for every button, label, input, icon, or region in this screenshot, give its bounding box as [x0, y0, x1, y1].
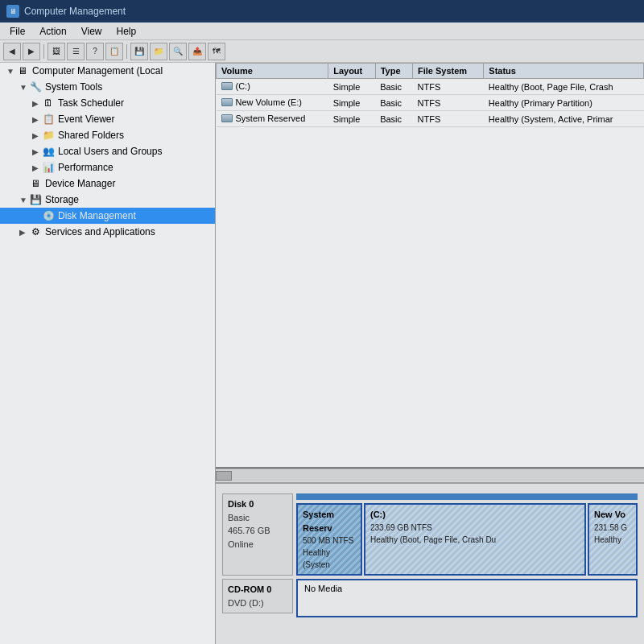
vol-sysres-layout: Simple — [328, 111, 375, 127]
tree-item-disk-management[interactable]: 💿 Disk Management — [0, 208, 215, 224]
horizontal-scrollbar[interactable] — [216, 469, 644, 483]
menu-file[interactable]: File — [3, 24, 31, 39]
shared-folders-icon: 📁 — [42, 129, 55, 142]
tree-root-label: Computer Management (Local — [32, 65, 163, 76]
expand-services-icon: ▶ — [19, 228, 29, 237]
sysres-name: System Reserv — [303, 508, 356, 535]
expand-task-icon: ▶ — [32, 99, 42, 108]
cdrom-type: DVD (D:) — [228, 597, 287, 610]
c-status: Healthy (Boot, Page File, Crash Du — [370, 534, 580, 546]
tree-item-performance[interactable]: ▶ 📊 Performance — [0, 159, 215, 175]
col-volume[interactable]: Volume — [217, 64, 328, 79]
tree-item-services[interactable]: ▶ ⚙ Services and Applications — [0, 224, 215, 240]
partition-c[interactable]: (C:) 233.69 GB NTFS Healthy (Boot, Page … — [364, 503, 586, 576]
tree-root[interactable]: ▼ 🖥 Computer Management (Local — [0, 63, 215, 79]
disk0-name: Disk 0 — [228, 497, 287, 511]
col-layout[interactable]: Layout — [328, 64, 375, 79]
disk0-type: Basic — [228, 511, 287, 525]
col-status[interactable]: Status — [484, 64, 644, 79]
col-type[interactable]: Type — [375, 64, 412, 79]
app-title: Computer Management — [24, 6, 126, 17]
disk-visual-panel: Disk 0 Basic 465.76 GB Online System Res… — [216, 483, 644, 644]
vol-e-name: New Volume (E:) — [217, 95, 328, 111]
event-viewer-icon: 📋 — [42, 113, 55, 126]
disk-c-symbol — [221, 82, 233, 90]
col-filesystem[interactable]: File System — [413, 64, 484, 79]
tree-item-local-users[interactable]: ▶ 👥 Local Users and Groups — [0, 143, 215, 159]
tree-shared-folders-label: Shared Folders — [58, 130, 124, 141]
tree-local-users-label: Local Users and Groups — [58, 146, 162, 157]
tree-performance-label: Performance — [58, 162, 114, 173]
tree-storage-label: Storage — [45, 194, 79, 205]
tree-item-device-manager[interactable]: 🖥 Device Manager — [0, 175, 215, 192]
show-icon-button[interactable]: 🖼 — [47, 43, 65, 60]
properties-button[interactable]: 📋 — [105, 43, 123, 60]
forward-button[interactable]: ▶ — [23, 43, 40, 60]
open-button[interactable]: 📁 — [150, 43, 167, 60]
local-users-icon: 👥 — [42, 145, 55, 158]
services-icon: ⚙ — [29, 225, 42, 238]
newvol-size: 231.58 G — [594, 522, 631, 534]
disk0-status: Online — [228, 538, 287, 551]
expand-shared-icon: ▶ — [32, 131, 42, 140]
disk0-progress-bar — [296, 493, 638, 500]
expand-event-icon: ▶ — [32, 115, 42, 124]
disk-sysres-symbol — [221, 114, 233, 122]
save-button[interactable]: 💾 — [130, 43, 148, 60]
tree-device-manager-label: Device Manager — [45, 178, 115, 189]
disk-management-icon: 💿 — [42, 209, 55, 222]
tree-panel: ▼ 🖥 Computer Management (Local ▼ 🔧 Syste… — [0, 63, 216, 644]
search-button[interactable]: 🔍 — [169, 43, 187, 60]
vol-e-type: Basic — [375, 95, 412, 111]
help-button[interactable]: ? — [86, 43, 104, 60]
main-container: ▼ 🖥 Computer Management (Local ▼ 🔧 Syste… — [0, 63, 644, 644]
vol-c-name: (C:) — [217, 79, 328, 95]
tree-item-shared-folders[interactable]: ▶ 📁 Shared Folders — [0, 127, 215, 143]
menu-view[interactable]: View — [75, 24, 109, 39]
vol-sysres-status: Healthy (System, Active, Primar — [484, 111, 644, 127]
map-button[interactable]: 🗺 — [208, 43, 225, 60]
storage-icon: 💾 — [29, 193, 42, 206]
computer-icon: 🖥 — [16, 64, 29, 77]
task-scheduler-icon: 🗓 — [42, 97, 55, 109]
disk0-partitions: System Reserv 500 MB NTFS Healthy (Syste… — [296, 503, 638, 576]
cdrom-row: CD-ROM 0 DVD (D:) No Media — [222, 579, 638, 617]
list-button[interactable]: ☰ — [67, 43, 85, 60]
expand-users-icon: ▶ — [32, 147, 42, 156]
partition-new-vol[interactable]: New Vo 231.58 G Healthy — [588, 503, 638, 576]
expand-system-icon: ▼ — [19, 83, 29, 92]
app-icon: 🖥 — [6, 5, 19, 18]
table-row[interactable]: (C:) Simple Basic NTFS Healthy (Boot, Pa… — [217, 79, 644, 95]
back-button[interactable]: ◀ — [3, 43, 21, 60]
toolbar-sep-2 — [126, 44, 127, 59]
disk0-row: Disk 0 Basic 465.76 GB Online System Res… — [222, 493, 638, 576]
export-button[interactable]: 📤 — [188, 43, 206, 60]
right-panel: Volume Layout Type File System Status (C… — [216, 63, 644, 644]
cdrom-name: CD-ROM 0 — [228, 583, 287, 597]
tree-item-storage[interactable]: ▼ 💾 Storage — [0, 192, 215, 208]
vol-c-type: Basic — [375, 79, 412, 95]
toolbar-sep-1 — [43, 44, 44, 59]
menu-help[interactable]: Help — [110, 24, 143, 39]
device-manager-icon: 🖥 — [29, 177, 42, 190]
tree-item-event-viewer[interactable]: ▶ 📋 Event Viewer — [0, 111, 215, 127]
cdrom-label: CD-ROM 0 DVD (D:) — [222, 579, 293, 613]
vol-c-layout: Simple — [328, 79, 375, 95]
newvol-status: Healthy — [594, 534, 631, 546]
menu-bar: File Action View Help — [0, 23, 644, 40]
tree-item-system-tools[interactable]: ▼ 🔧 System Tools — [0, 79, 215, 95]
title-bar: 🖥 Computer Management — [0, 0, 644, 23]
menu-action[interactable]: Action — [33, 24, 72, 39]
table-row[interactable]: New Volume (E:) Simple Basic NTFS Health… — [217, 95, 644, 111]
disk0-label: Disk 0 Basic 465.76 GB Online — [222, 493, 293, 576]
vol-c-fs: NTFS — [413, 79, 484, 95]
expand-storage-icon: ▼ — [19, 196, 29, 204]
partition-sysres[interactable]: System Reserv 500 MB NTFS Healthy (Syste… — [296, 503, 362, 576]
disk-table-panel: Volume Layout Type File System Status (C… — [216, 63, 644, 469]
vol-sysres-type: Basic — [375, 111, 412, 127]
tree-event-viewer-label: Event Viewer — [58, 114, 114, 125]
tree-disk-management-label: Disk Management — [58, 210, 136, 221]
table-row[interactable]: System Reserved Simple Basic NTFS Health… — [217, 111, 644, 127]
expand-perf-icon: ▶ — [32, 163, 42, 172]
tree-item-task-scheduler[interactable]: ▶ 🗓 Task Scheduler — [0, 95, 215, 111]
